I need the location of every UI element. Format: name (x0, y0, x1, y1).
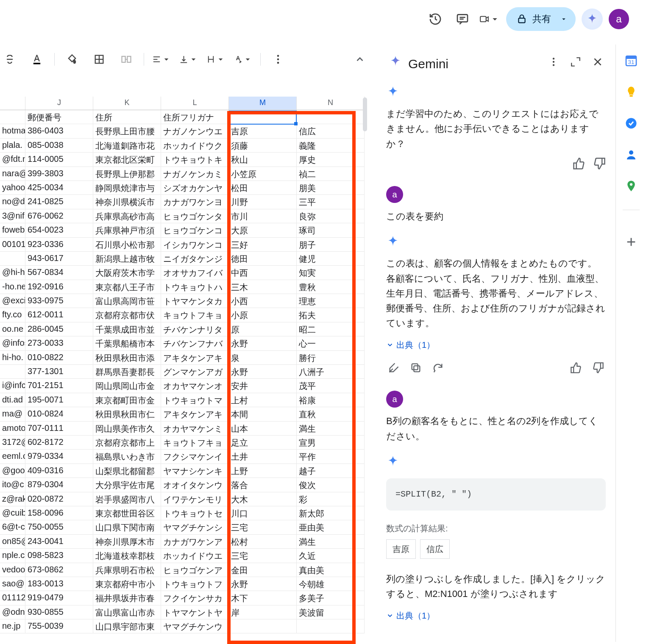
cell[interactable]: 拓夫 (297, 308, 365, 322)
cell[interactable]: 金田 (229, 563, 297, 577)
cell[interactable]: 大木 (229, 492, 297, 506)
cell[interactable]: 879-0304 (25, 478, 93, 491)
more-toolbar-icon[interactable] (268, 50, 288, 69)
collapse-toolbar-icon[interactable] (351, 51, 368, 68)
table-row[interactable]: hi-ho.010-0822秋田県秋田市添アキタケンアキ泉勝行 (0, 351, 365, 365)
table-row[interactable]: eeml.c979-0334福島県いわき市フクシマケンイ土井平作 (0, 450, 365, 464)
cell[interactable]: 永野 (229, 365, 297, 378)
cell[interactable]: キョウトフキョ (161, 308, 229, 322)
table-header-row[interactable]: 郵便番号住所住所フリガナ (0, 110, 365, 124)
cell[interactable]: 住所フリガナ (161, 110, 229, 124)
cell[interactable]: 落合 (229, 478, 297, 491)
cell[interactable]: 新潟県上越市牧 (93, 252, 161, 265)
cell[interactable]: 裕康 (297, 393, 365, 407)
cell[interactable]: 020-0872 (25, 492, 93, 506)
cell[interactable]: 京都府京都市伏 (93, 308, 161, 322)
cell[interactable]: 085-0038 (25, 139, 93, 152)
cell[interactable]: アキタケンアキ (161, 351, 229, 364)
cell[interactable]: 義隆 (297, 139, 365, 152)
col-header-K[interactable]: K (93, 97, 161, 110)
cell[interactable]: 北海道枝幸郡枝 (93, 549, 161, 562)
cell[interactable]: 良弥 (297, 209, 365, 223)
table-row[interactable]: ito@c879-0304大分県宇佐市尾オオイタケンウ落合俊次 (0, 478, 365, 492)
cell[interactable]: 富山県富山市赤 (93, 605, 161, 619)
table-row[interactable]: yahoo425-0034静岡県焼津市与シズオカケンヤ松田朋美 (0, 181, 365, 195)
cell[interactable]: sao@ (0, 577, 25, 591)
cell[interactable]: 琢司 (297, 223, 365, 237)
cell[interactable]: @odn (0, 605, 25, 619)
cell[interactable]: nara@ (0, 167, 25, 180)
cell[interactable]: トウキョウトフ (161, 577, 229, 591)
cell[interactable]: 神奈川県厚木市 (93, 535, 161, 548)
cell[interactable]: 上野 (229, 464, 297, 477)
cell[interactable]: 東京都府中市小 (93, 577, 161, 591)
cell[interactable]: 京都府京都市上 (93, 436, 161, 449)
cell[interactable]: チバケンフナバ (161, 336, 229, 350)
cell[interactable]: @cuib (0, 506, 25, 520)
cell[interactable]: 徳田 (229, 252, 297, 265)
cell[interactable]: 三木 (229, 280, 297, 294)
cell[interactable]: 大阪府茨木市学 (93, 266, 161, 279)
cell[interactable]: 永野 (229, 336, 297, 350)
table-row[interactable]: ne.jp755-0039山口県宇部市東ヤマグチケンウ (0, 619, 365, 633)
cell[interactable]: 山口県下関市南 (93, 520, 161, 534)
cell[interactable]: 小原 (229, 308, 297, 322)
cell[interactable]: amoto (0, 422, 25, 435)
cell[interactable]: 永野 (229, 577, 297, 591)
cell[interactable]: 静岡県焼津市与 (93, 181, 161, 194)
cell[interactable]: 273-0033 (25, 336, 93, 350)
table-row[interactable]: on85@243-0041神奈川県厚木市カナガワケンア松村満生 (0, 535, 365, 549)
cell[interactable] (229, 619, 297, 633)
cell[interactable]: 183-0013 (25, 577, 93, 591)
cell[interactable]: foweb (0, 223, 25, 237)
cell[interactable]: ヒョウゴケンタ (161, 209, 229, 223)
cell[interactable]: 979-0334 (25, 450, 93, 463)
cell[interactable]: 114-0005 (25, 153, 93, 166)
cell[interactable]: 木下 (229, 591, 297, 605)
table-row[interactable]: dti.ad195-0071東京都町田市金トウキョウトマ上村裕康 (0, 393, 365, 407)
cell[interactable]: dti.ad (0, 393, 25, 407)
thumbs-down-icon[interactable] (592, 362, 604, 378)
cell[interactable]: 243-0041 (25, 535, 93, 548)
gemini-launcher[interactable] (582, 8, 603, 30)
cell[interactable]: オカヤマケンオ (161, 379, 229, 392)
cell[interactable]: @excit (0, 294, 25, 308)
cell[interactable]: ヤマグチケンシ (161, 520, 229, 534)
cell[interactable]: 岩手県盛岡市八 (93, 492, 161, 506)
keep-app-icon[interactable] (624, 84, 639, 100)
cell[interactable]: 信広 (297, 124, 365, 138)
cell[interactable]: ヒョウゴケンコ (161, 223, 229, 237)
table-row[interactable]: @fdt.n114-0005東京都北区栄町トウキョウトキ秋山厚史 (0, 153, 365, 167)
strikethrough-icon[interactable] (0, 50, 19, 69)
meet-icon[interactable] (479, 8, 500, 30)
cell[interactable]: eeml.c (0, 450, 25, 463)
cell[interactable]: 010-0824 (25, 407, 93, 421)
cell[interactable]: 750-0055 (25, 520, 93, 534)
cell[interactable]: グンマケンアガ (161, 365, 229, 378)
cell[interactable]: hotma (0, 124, 25, 138)
table-row[interactable]: 01112919-0479福井県坂井市春フクイケンサカ木下多美子 (0, 591, 365, 605)
cell[interactable]: 東京都北区栄町 (93, 153, 161, 166)
table-row[interactable]: i@infc701-2151岡山県岡山市金オカヤマケンオ安井茂平 (0, 379, 365, 393)
source-toggle[interactable]: 出典（1） (386, 338, 606, 352)
cell[interactable]: 676-0062 (25, 209, 93, 223)
cell[interactable]: 岡山県美作市久 (93, 422, 161, 435)
table-row[interactable]: 00101923-0336石川県小松市那イシカワケンコ三好朋子 (0, 238, 365, 252)
cell[interactable]: i@infc (0, 379, 25, 392)
cell[interactable]: @hi-ho (0, 266, 25, 279)
cell[interactable]: 住所 (93, 110, 161, 124)
cell[interactable] (0, 110, 25, 124)
cell[interactable]: 勝行 (297, 351, 365, 364)
cell[interactable]: 郵便番号 (25, 110, 93, 124)
cell[interactable]: ヤマナシケンキ (161, 464, 229, 477)
fill-color-icon[interactable] (62, 50, 82, 69)
cell[interactable]: 兵庫県明石市松 (93, 563, 161, 577)
spreadsheet-grid[interactable]: J K L M N 郵便番号住所住所フリガナhotma386-0403長野県上田… (0, 97, 365, 644)
cell[interactable]: 北海道釧路市花 (93, 139, 161, 152)
cell[interactable]: 602-8172 (25, 436, 93, 449)
regenerate-icon[interactable] (432, 362, 444, 378)
cell[interactable]: フクシマケンイ (161, 450, 229, 463)
table-row[interactable]: no@d241-0825神奈川県横浜市カナガワケンヨ川野三平 (0, 195, 365, 209)
cell[interactable]: 上村 (229, 393, 297, 407)
cell[interactable]: 理恵 (297, 294, 365, 308)
